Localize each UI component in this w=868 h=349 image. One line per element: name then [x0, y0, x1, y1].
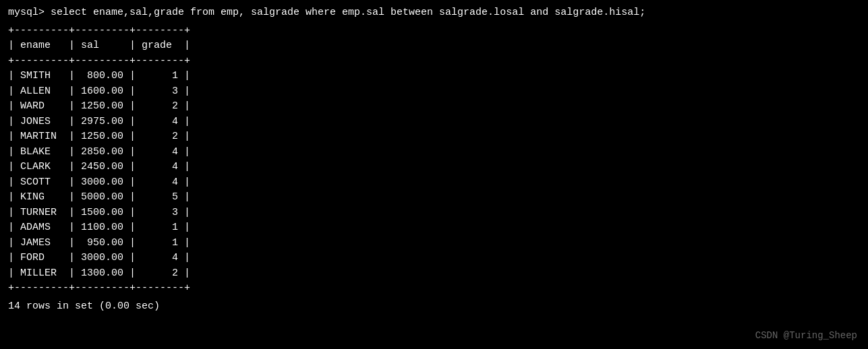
table-row: | BLAKE | 2850.00 | 4 | — [8, 145, 860, 160]
command-line: mysql> select ename,sal,grade from emp, … — [8, 5, 860, 21]
table-row: | ADAMS | 1100.00 | 1 | — [8, 220, 860, 236]
watermark: CSDN @Turing_Sheep — [755, 330, 857, 341]
table-rows: | SMITH | 800.00 | 1 || ALLEN | 1600.00 … — [8, 69, 860, 281]
table-row: | JONES | 2975.00 | 4 | — [8, 115, 860, 130]
table-row: | FORD | 3000.00 | 4 | — [8, 251, 860, 266]
table-header: | ename | sal | grade | — [8, 38, 860, 54]
prompt: mysql> — [8, 7, 45, 18]
table-row: | CLARK | 2450.00 | 4 | — [8, 160, 860, 175]
table-row: | JAMES | 950.00 | 1 | — [8, 236, 860, 251]
command-text: select ename,sal,grade from emp, salgrad… — [45, 7, 645, 18]
table-row: | MARTIN | 1250.00 | 2 | — [8, 129, 860, 145]
table-row: | SMITH | 800.00 | 1 | — [8, 69, 860, 84]
table-row: | MILLER | 1300.00 | 2 | — [8, 266, 860, 282]
terminal: mysql> select ename,sal,grade from emp, … — [0, 0, 868, 319]
table-row: | TURNER | 1500.00 | 3 | — [8, 205, 860, 221]
top-separator: +---------+---------+--------+ — [8, 24, 860, 39]
table-container: +---------+---------+--------+ | ename |… — [8, 24, 860, 296]
table-row: | ALLEN | 1600.00 | 3 | — [8, 84, 860, 100]
header-separator: +---------+---------+--------+ — [8, 54, 860, 69]
table-row: | SCOTT | 3000.00 | 4 | — [8, 175, 860, 191]
result-summary: 14 rows in set (0.00 sec) — [8, 299, 860, 315]
table-row: | KING | 5000.00 | 5 | — [8, 190, 860, 205]
bottom-separator: +---------+---------+--------+ — [8, 281, 860, 296]
table-row: | WARD | 1250.00 | 2 | — [8, 99, 860, 115]
